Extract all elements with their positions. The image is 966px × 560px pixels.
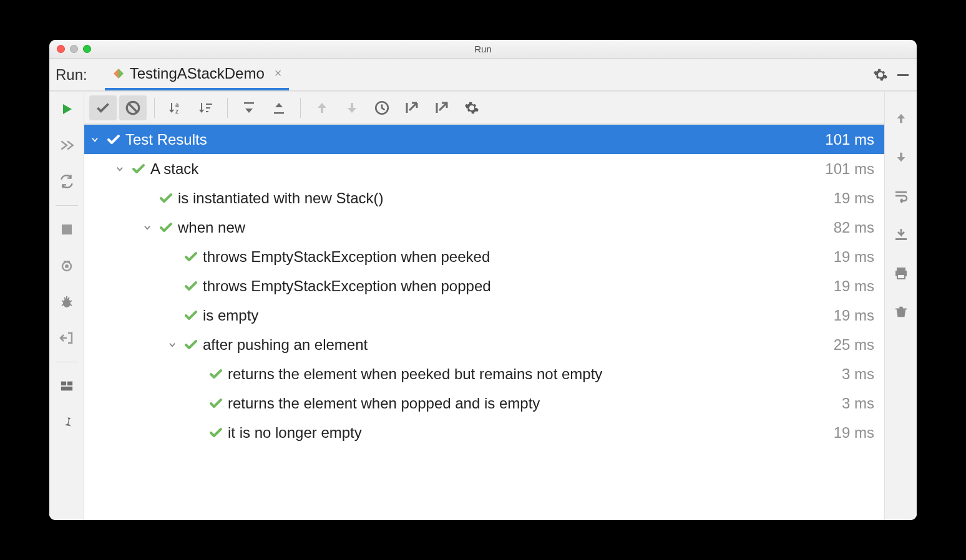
test-history-button[interactable] xyxy=(368,95,396,120)
test-tree-row[interactable]: when new82 ms xyxy=(84,213,884,242)
pass-check-icon xyxy=(104,132,123,147)
left-gutter xyxy=(49,92,84,520)
import-tests-button[interactable] xyxy=(398,95,426,120)
pass-check-icon xyxy=(207,396,225,411)
right-gutter xyxy=(884,92,917,520)
test-tree-row[interactable]: is empty19 ms xyxy=(84,301,884,330)
dump-threads-button[interactable] xyxy=(54,253,79,278)
chevron-down-icon[interactable] xyxy=(90,135,104,144)
svg-rect-18 xyxy=(897,274,905,279)
run-config-icon xyxy=(112,67,125,80)
svg-point-5 xyxy=(63,299,71,307)
test-tree-row[interactable]: after pushing an element25 ms xyxy=(84,330,884,359)
pass-check-icon xyxy=(157,220,175,235)
collapse-all-button[interactable] xyxy=(265,95,293,120)
pass-check-icon xyxy=(207,367,225,382)
test-settings-button[interactable] xyxy=(458,95,485,120)
test-toolbar: az xyxy=(84,92,884,124)
chevron-down-icon[interactable] xyxy=(115,165,129,173)
test-label: throws EmptyStackException when popped xyxy=(200,278,834,295)
run-tab-bar: Run: TestingAStackDemo × xyxy=(49,59,917,91)
test-duration: 19 ms xyxy=(834,278,874,295)
test-label: Test Results xyxy=(123,131,825,148)
test-duration: 3 ms xyxy=(842,395,874,412)
window-controls xyxy=(57,45,91,53)
soft-wrap-button[interactable] xyxy=(889,184,913,208)
test-duration: 82 ms xyxy=(834,219,874,236)
exit-button[interactable] xyxy=(54,326,79,350)
clear-all-button[interactable] xyxy=(889,300,913,324)
pass-check-icon xyxy=(182,249,200,264)
test-tree-row[interactable]: is instantiated with new Stack()19 ms xyxy=(84,183,884,213)
scroll-up-button[interactable] xyxy=(889,107,913,130)
test-duration: 3 ms xyxy=(842,365,874,383)
pass-check-icon xyxy=(157,191,175,206)
test-duration: 19 ms xyxy=(834,190,874,207)
test-duration: 19 ms xyxy=(834,307,874,324)
test-tree-row[interactable]: throws EmptyStackException when peeked19… xyxy=(84,242,884,271)
show-passed-button[interactable] xyxy=(89,95,117,120)
layout-button[interactable] xyxy=(54,374,79,398)
svg-rect-1 xyxy=(62,224,72,234)
run-config-tab[interactable]: TestingAStackDemo × xyxy=(105,59,290,90)
test-tree[interactable]: Test Results101 msA stack101 msis instan… xyxy=(84,124,884,520)
svg-text:z: z xyxy=(175,108,178,115)
zoom-window-button[interactable] xyxy=(83,45,91,53)
chevron-down-icon[interactable] xyxy=(143,223,157,232)
next-failed-button[interactable] xyxy=(338,95,366,120)
svg-rect-15 xyxy=(895,238,907,240)
close-tab-button[interactable]: × xyxy=(275,66,282,80)
hide-button[interactable] xyxy=(892,64,914,86)
settings-button[interactable] xyxy=(869,64,892,86)
svg-rect-3 xyxy=(64,261,70,263)
test-tree-row[interactable]: returns the element when popped and is e… xyxy=(84,389,884,418)
rerun-failed-button[interactable] xyxy=(54,133,79,158)
test-tree-row[interactable]: returns the element when peeked but rema… xyxy=(84,359,884,389)
svg-point-4 xyxy=(65,264,69,268)
stop-button[interactable] xyxy=(54,217,79,242)
test-duration: 101 ms xyxy=(825,131,874,148)
test-duration: 19 ms xyxy=(834,248,874,266)
sort-duration-button[interactable] xyxy=(192,95,220,120)
show-ignored-button[interactable] xyxy=(119,95,147,120)
titlebar[interactable]: Run xyxy=(49,40,917,59)
svg-rect-7 xyxy=(67,382,72,385)
prev-failed-button[interactable] xyxy=(308,95,336,120)
svg-rect-0 xyxy=(897,74,909,76)
pass-check-icon xyxy=(182,308,200,323)
svg-rect-13 xyxy=(274,112,284,114)
print-button[interactable] xyxy=(889,261,913,285)
minimize-window-button[interactable] xyxy=(70,45,78,53)
body: az xyxy=(49,91,917,520)
pin-button[interactable] xyxy=(54,410,79,435)
window-title: Run xyxy=(49,44,917,54)
close-window-button[interactable] xyxy=(57,45,65,53)
main-area: az xyxy=(84,92,884,520)
sort-alpha-button[interactable]: az xyxy=(162,95,190,120)
chevron-down-icon[interactable] xyxy=(168,340,182,349)
scroll-down-button[interactable] xyxy=(889,145,913,169)
toggle-auto-test-button[interactable] xyxy=(54,169,79,194)
svg-rect-12 xyxy=(244,102,254,104)
test-tree-row[interactable]: A stack101 ms xyxy=(84,154,884,183)
test-tree-row[interactable]: throws EmptyStackException when popped19… xyxy=(84,271,884,301)
test-label: it is no longer empty xyxy=(225,424,834,442)
svg-rect-16 xyxy=(897,268,905,271)
test-duration: 19 ms xyxy=(834,424,874,442)
test-label: returns the element when popped and is e… xyxy=(225,395,842,412)
export-tests-button[interactable] xyxy=(428,95,456,120)
test-tree-row[interactable]: it is no longer empty19 ms xyxy=(84,418,884,447)
debug-button[interactable] xyxy=(54,289,79,314)
test-tree-row[interactable]: Test Results101 ms xyxy=(84,125,884,154)
pass-check-icon xyxy=(207,425,225,440)
test-label: after pushing an element xyxy=(200,336,834,354)
expand-all-button[interactable] xyxy=(235,95,263,120)
test-label: is empty xyxy=(200,307,834,324)
run-tool-window: Run Run: TestingAStackDemo × xyxy=(49,40,917,520)
test-duration: 101 ms xyxy=(825,160,874,178)
scroll-to-end-button[interactable] xyxy=(889,223,913,246)
pass-check-icon xyxy=(182,279,200,294)
rerun-button[interactable] xyxy=(54,97,79,122)
test-label: is instantiated with new Stack() xyxy=(175,190,834,207)
pass-check-icon xyxy=(129,162,148,176)
